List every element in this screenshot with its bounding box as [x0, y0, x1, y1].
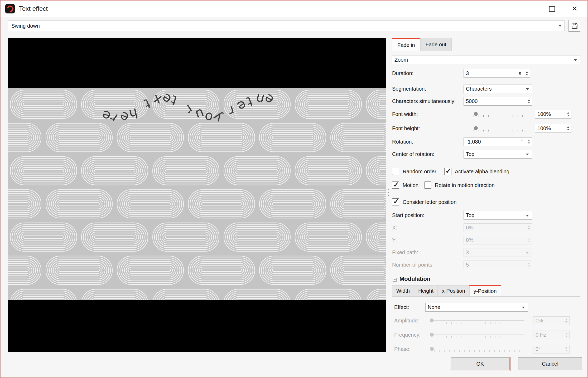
chevron-down-icon	[522, 307, 525, 308]
start-position-select[interactable]: Top	[464, 211, 532, 220]
random-order-label: Random order	[403, 169, 436, 175]
chars-simultaneously-spinner[interactable]	[526, 97, 532, 105]
text-effect-dialog: Text effect ✕ Swing down	[0, 0, 588, 378]
slider-handle[interactable]	[474, 126, 478, 130]
tab-label: x-Position	[442, 288, 465, 294]
tab-height[interactable]: Height	[414, 285, 438, 296]
fixed-path-label: Fixed path:	[392, 249, 418, 256]
x-field: 0%	[464, 223, 532, 232]
chars-simultaneously-value: 5000	[466, 98, 478, 104]
number-of-points-spinner	[526, 261, 532, 269]
rotation-value: -1.080	[466, 139, 481, 145]
modulation-header: Modulation	[392, 275, 580, 285]
alpha-blending-checkbox[interactable]	[444, 168, 451, 175]
modulation-title: Modulation	[399, 276, 430, 282]
ok-button[interactable]: OK	[451, 357, 510, 370]
font-width-value: 100%	[537, 111, 551, 117]
phase-value: 0°	[536, 346, 541, 352]
tab-label: Fade in	[397, 42, 415, 48]
font-width-row: Font width: 100%	[392, 110, 580, 119]
tab-fade-in[interactable]: Fade in	[392, 38, 420, 51]
rotation-field[interactable]: -1.080 °	[464, 138, 532, 146]
tab-label: Fade out	[426, 42, 446, 48]
font-height-value: 100%	[537, 125, 551, 131]
preset-select[interactable]: Swing down	[8, 21, 565, 31]
frequency-spinner	[564, 331, 569, 339]
font-height-label: Font height:	[392, 125, 420, 131]
save-preset-button[interactable]	[568, 20, 580, 32]
tab-fade-out[interactable]: Fade out	[420, 38, 452, 51]
segmentation-value: Characters	[466, 86, 492, 92]
y-field: 0%	[464, 236, 532, 244]
font-width-slider[interactable]	[469, 110, 527, 119]
chevron-down-icon	[526, 252, 529, 254]
segmentation-label: Segmentation:	[392, 86, 426, 92]
segmentation-row: Segmentation: Characters	[392, 85, 580, 94]
font-width-label: Font width:	[392, 111, 418, 117]
effect-row: Effect: None	[392, 303, 580, 312]
slider-handle[interactable]	[474, 112, 478, 116]
rotate-motion-label: Rotate in motion direction	[435, 182, 495, 188]
number-of-points-row: Number of points: 5	[392, 261, 580, 269]
chars-simultaneously-field[interactable]: 5000	[464, 97, 532, 106]
tab-x-position[interactable]: x-Position	[438, 285, 469, 296]
modulation-effect-value: None	[428, 304, 440, 310]
tab-width[interactable]: Width	[392, 285, 414, 296]
maximize-icon	[549, 6, 555, 12]
chevron-down-icon	[526, 154, 529, 155]
letter-position-checkbox[interactable]	[392, 198, 399, 205]
fixed-path-select: X	[464, 248, 532, 257]
save-icon	[571, 22, 578, 30]
duration-spinner[interactable]	[524, 70, 529, 77]
motion-label: Motion	[403, 182, 418, 188]
number-of-points-value: 5	[466, 262, 469, 268]
close-button[interactable]: ✕	[563, 1, 586, 17]
duration-field[interactable]: 3 s	[464, 69, 530, 78]
start-position-row: Start position: Top	[392, 211, 580, 220]
cancel-button[interactable]: Cancel	[518, 357, 582, 370]
preset-value: Swing down	[11, 23, 40, 29]
rotation-spinner[interactable]	[526, 138, 532, 146]
rotate-motion-checkbox[interactable]	[424, 181, 431, 189]
transition-select[interactable]: Zoom	[392, 56, 580, 64]
duration-row: Duration: 3 s	[392, 69, 580, 78]
center-of-rotation-select[interactable]: Top	[464, 150, 532, 159]
amplitude-value-field: 0%	[533, 316, 570, 325]
start-position-value: Top	[466, 212, 474, 218]
x-spinner	[526, 224, 532, 232]
font-width-spinner[interactable]	[566, 110, 571, 118]
random-order-checkbox[interactable]	[392, 168, 399, 175]
font-height-spinner[interactable]	[566, 125, 571, 132]
collapse-icon[interactable]	[393, 278, 397, 282]
font-height-value-field[interactable]: 100%	[535, 124, 571, 133]
chevron-down-icon	[526, 88, 529, 90]
y-row: Y: 0%	[392, 236, 580, 245]
phase-label: Phase:	[394, 346, 411, 352]
chevron-down-icon	[558, 25, 562, 27]
rotation-row: Rotation: -1.080 °	[392, 138, 580, 146]
x-value: 0%	[466, 225, 474, 231]
checkbox-row-3: Consider letter position	[392, 198, 580, 207]
chevron-down-icon	[574, 59, 577, 61]
y-value: 0%	[466, 237, 474, 243]
rotation-label: Rotation:	[392, 139, 413, 145]
rotation-unit: °	[521, 139, 523, 145]
maximize-button[interactable]	[541, 1, 563, 17]
frequency-value-field: 0 Hz	[533, 331, 570, 339]
window-controls: ✕	[541, 1, 586, 17]
motion-checkbox[interactable]	[392, 181, 399, 189]
center-of-rotation-label: Center of rotation:	[392, 151, 434, 157]
panel-splitter[interactable]	[387, 189, 389, 196]
amplitude-slider	[432, 316, 524, 325]
tab-label: y-Position	[474, 288, 497, 294]
chars-simultaneously-label: Characters simultaneously:	[392, 98, 456, 104]
font-height-slider[interactable]	[469, 124, 527, 133]
tab-y-position[interactable]: y-Position	[469, 285, 501, 296]
y-label: Y:	[392, 237, 397, 243]
preview-canvas: erehtxetruoyretne	[8, 38, 386, 352]
cancel-label: Cancel	[542, 361, 558, 367]
phase-spinner	[564, 345, 569, 353]
segmentation-select[interactable]: Characters	[464, 85, 532, 93]
modulation-effect-select[interactable]: None	[425, 303, 528, 312]
font-width-value-field[interactable]: 100%	[535, 110, 571, 119]
